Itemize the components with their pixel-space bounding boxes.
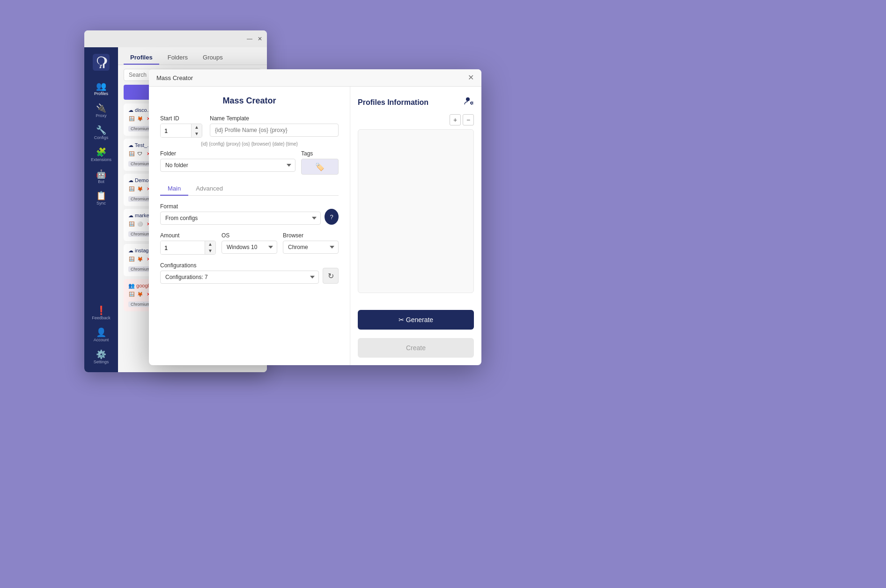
firefox-icon: 🦊 xyxy=(137,115,143,122)
sidebar-item-feedback[interactable]: ❗ Feedback xyxy=(87,303,115,323)
configurations-label: Configurations xyxy=(160,262,319,269)
amount-input[interactable]: 1 xyxy=(161,241,205,254)
start-id-field: Start ID 1 ▲ ▼ xyxy=(160,115,202,138)
sidebar-item-sync-label: Sync xyxy=(96,201,106,206)
tab-main[interactable]: Main xyxy=(160,182,188,196)
windows-icon: 🪟 xyxy=(128,220,135,227)
sync-icon: 📋 xyxy=(96,191,106,200)
extensions-icon: 🧩 xyxy=(96,148,106,156)
refresh-icon: ↻ xyxy=(328,272,334,280)
sidebar: 👥 Profiles 🔌 Proxy 🔧 Configs 🧩 Extension… xyxy=(84,47,118,372)
proxy-icon: 🔌 xyxy=(96,104,106,112)
windows-icon: 🪟 xyxy=(128,150,135,157)
sidebar-item-settings[interactable]: ⚙️ Settings xyxy=(87,347,115,368)
expand-button[interactable]: + xyxy=(450,114,461,125)
tab-profiles[interactable]: Profiles xyxy=(124,51,159,65)
os-label: OS xyxy=(222,232,277,239)
start-id-input[interactable]: 1 xyxy=(161,124,191,137)
format-help-button[interactable]: ? xyxy=(325,209,339,225)
start-id-down-arrow[interactable]: ▼ xyxy=(192,131,202,137)
sidebar-item-configs[interactable]: 🔧 Configs xyxy=(87,123,115,143)
windows-icon: 🪟 xyxy=(128,291,135,297)
format-row: Format From configs ? xyxy=(160,203,339,225)
folder-label: Folder xyxy=(160,150,295,157)
configurations-field: Configurations Configurations: 7 xyxy=(160,262,319,284)
modal-title-bar: Mass Creator ✕ xyxy=(149,69,481,87)
tags-label: Tags xyxy=(301,150,339,157)
form-title: Mass Creator xyxy=(160,96,339,106)
sidebar-item-profiles[interactable]: 👥 Profiles xyxy=(87,79,115,99)
collapse-button[interactable]: − xyxy=(463,114,474,125)
sidebar-item-sync[interactable]: 📋 Sync xyxy=(87,189,115,209)
info-panel: Profiles Information + − xyxy=(350,87,481,302)
tag-icon: 🏷️ xyxy=(315,162,325,171)
info-content-area xyxy=(358,129,474,293)
firefox-icon: 🦊 xyxy=(137,291,143,297)
sidebar-item-settings-label: Settings xyxy=(94,360,109,365)
generate-button[interactable]: ✂ Generate xyxy=(358,310,474,330)
name-template-input[interactable] xyxy=(210,124,339,137)
info-panel-title: Profiles Information xyxy=(358,98,428,107)
modal-right-footer: ✂ Generate Create xyxy=(350,302,481,365)
browser-field: Browser Chrome Firefox Edge xyxy=(283,232,339,255)
sidebar-item-feedback-label: Feedback xyxy=(92,316,111,321)
sidebar-item-bot[interactable]: 🤖 Bot xyxy=(87,167,115,187)
os-field: OS Windows 10 Windows 11 macOS Linux xyxy=(222,232,277,255)
sidebar-logo xyxy=(91,52,111,73)
start-id-up-arrow[interactable]: ▲ xyxy=(192,124,202,131)
sidebar-item-extensions[interactable]: 🧩 Extensions xyxy=(87,145,115,165)
amount-down-arrow[interactable]: ▼ xyxy=(205,248,215,254)
folder-select[interactable]: No folder xyxy=(160,159,295,172)
sidebar-item-bot-label: Bot xyxy=(98,180,104,184)
sidebar-item-account-label: Account xyxy=(94,338,109,343)
tags-button[interactable]: 🏷️ xyxy=(301,159,339,175)
tab-groups[interactable]: Groups xyxy=(196,51,229,65)
os-select[interactable]: Windows 10 Windows 11 macOS Linux xyxy=(222,241,277,254)
mass-creator-modal: Mass Creator ✕ Mass Creator Start ID 1 ▲… xyxy=(149,69,481,365)
configurations-refresh-button[interactable]: ↻ xyxy=(323,268,339,284)
folder-tags-row: Folder No folder Tags 🏷️ xyxy=(160,150,339,175)
start-id-input-group: 1 ▲ ▼ xyxy=(160,124,202,138)
modal-close-button[interactable]: ✕ xyxy=(468,74,474,81)
template-hint: {id} {config} {proxy} {os} {browser} {da… xyxy=(160,141,339,147)
amount-field: Amount 1 ▲ ▼ xyxy=(160,232,216,255)
format-field: Format From configs xyxy=(160,203,321,225)
create-button[interactable]: Create xyxy=(358,338,474,358)
firefox-icon: 🦊 xyxy=(137,256,143,262)
folder-field: Folder No folder xyxy=(160,150,295,175)
shield-icon: 🛡 xyxy=(137,150,143,157)
amount-up-arrow[interactable]: ▲ xyxy=(205,241,215,248)
info-header: Profiles Information xyxy=(358,96,474,109)
format-label: Format xyxy=(160,203,321,210)
settings-icon: ⚙️ xyxy=(96,350,106,359)
close-button[interactable]: ✕ xyxy=(257,36,263,42)
minimize-button[interactable]: — xyxy=(246,36,253,42)
sidebar-item-proxy[interactable]: 🔌 Proxy xyxy=(87,101,115,121)
chrome-icon: ⚪ xyxy=(137,220,143,227)
start-id-arrows: ▲ ▼ xyxy=(191,124,202,137)
browser-label: Browser xyxy=(283,232,339,239)
sidebar-item-proxy-label: Proxy xyxy=(96,114,106,118)
tab-folders[interactable]: Folders xyxy=(161,51,194,65)
modal-title: Mass Creator xyxy=(156,74,193,81)
profiles-icon: 👥 xyxy=(96,82,106,90)
sidebar-item-extensions-label: Extensions xyxy=(91,158,111,162)
id-template-row: Start ID 1 ▲ ▼ Name Template xyxy=(160,115,339,138)
tab-advanced[interactable]: Advanced xyxy=(188,182,230,196)
windows-icon: 🪟 xyxy=(128,185,135,192)
browser-select[interactable]: Chrome Firefox Edge xyxy=(283,241,339,254)
configs-icon: 🔧 xyxy=(96,126,106,134)
configurations-select[interactable]: Configurations: 7 xyxy=(160,271,319,284)
amount-input-group: 1 ▲ ▼ xyxy=(160,241,216,255)
sidebar-item-account[interactable]: 👤 Account xyxy=(87,325,115,345)
sidebar-item-configs-label: Configs xyxy=(94,136,109,140)
form-panel: Mass Creator Start ID 1 ▲ ▼ Name Templat… xyxy=(149,87,350,365)
bot-icon: 🤖 xyxy=(96,170,106,178)
tabs-bar: Profiles Folders Groups xyxy=(118,47,267,65)
start-id-label: Start ID xyxy=(160,115,202,122)
format-select[interactable]: From configs xyxy=(160,212,321,225)
modal-body: Mass Creator Start ID 1 ▲ ▼ Name Templat… xyxy=(149,87,481,365)
tags-field: Tags 🏷️ xyxy=(301,150,339,175)
svg-point-1 xyxy=(466,97,470,101)
user-settings-icon-button[interactable] xyxy=(464,96,474,109)
